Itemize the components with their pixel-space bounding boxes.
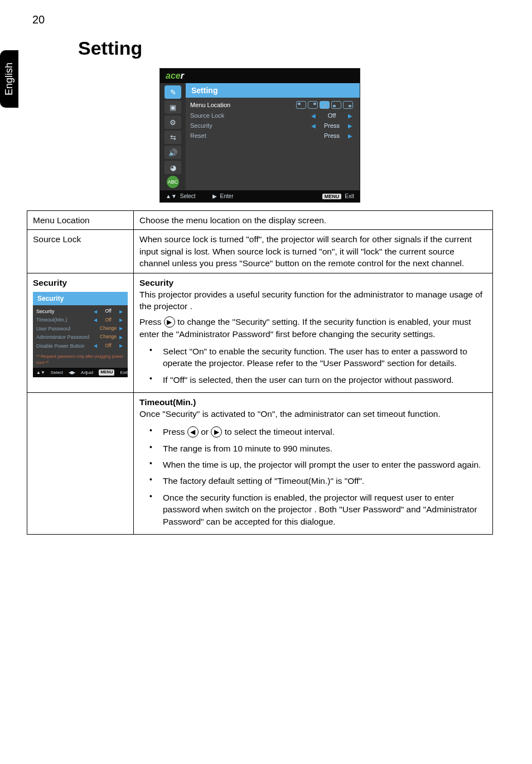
sec-osd-title: Security	[33, 292, 128, 306]
left-arrow-icon: ◀	[308, 113, 318, 119]
osd-category-icons: ✎ ▣ ⚙ ⇆ 🔊 ◕ ABC	[160, 83, 186, 190]
settings-table: Menu Location Choose the menu location o…	[27, 210, 493, 535]
osd-footer: ▲▼Select ▶Enter MENUExit	[160, 190, 360, 202]
timeout-bullet-prompt: When the time is up, the projector will …	[139, 457, 487, 473]
right-button-icon: ▶	[211, 426, 222, 438]
speaker-icon: 🔊	[165, 146, 181, 159]
timeout-bullet-startup: Once the security function is enabled, t…	[139, 489, 487, 530]
row-label-menu-location: Menu Location	[27, 211, 134, 230]
left-arrow-icon: ◀	[308, 123, 318, 129]
language-tab: English	[0, 50, 18, 108]
row-label-timeout	[27, 393, 134, 535]
menu-key-icon: MENU	[322, 194, 342, 199]
gear-icon: ⚙	[165, 116, 181, 129]
image-icon: ▣	[165, 100, 181, 114]
up-down-icon: ▲▼	[166, 193, 177, 199]
osd-setting-screenshot: acer ✎ ▣ ⚙ ⇆ 🔊 ◕ ABC Setting Menu Locati…	[159, 68, 360, 203]
security-bullet-off: If "Off" is selected, then the user can …	[139, 372, 487, 388]
sliders-icon: ⇆	[165, 131, 181, 144]
osd-logo: acer	[160, 69, 360, 83]
row-label-source-lock: Source Lock	[27, 230, 134, 273]
osd-title: Setting	[186, 83, 360, 98]
wand-icon: ✎	[165, 85, 181, 99]
sec-osd-note: ** Request password only after plugging …	[33, 352, 128, 368]
security-intro: This projector provides a useful securit…	[139, 289, 487, 313]
right-tri-icon: ▶	[212, 193, 217, 199]
page-number: 20	[32, 13, 493, 26]
timeout-bullet-default: The factory default setting of "Timeout(…	[139, 473, 487, 489]
right-arrow-icon: ▶	[345, 133, 355, 139]
row-desc-security: Security This projector provides a usefu…	[134, 273, 493, 393]
osd-row-source-lock: Source Lock ◀ Off ▶	[190, 110, 355, 121]
row-desc-source-lock: When source lock is turned "off", the pr…	[134, 230, 493, 273]
timeout-bullet-range: The range is from 10 minute to 990 minut…	[139, 440, 487, 457]
timeout-bullet-select: Press ◀ or ▶ to select the timeout inter…	[139, 424, 487, 440]
osd-row-reset: Reset ◀ Press ▶	[190, 131, 355, 141]
security-press-line: Press ▶ to change the "Security" setting…	[139, 316, 487, 340]
right-arrow-icon: ▶	[345, 113, 355, 119]
osd-row-menu-location: Menu Location	[190, 99, 355, 110]
row-desc-timeout: Timeout(Min.) Once "Security" is activat…	[134, 393, 493, 535]
timeout-subhead: Timeout(Min.)	[139, 396, 487, 408]
right-button-icon: ▶	[164, 316, 175, 328]
osd-row-security: Security ◀ Press ▶	[190, 121, 355, 131]
timeout-intro: Once "Security" is activated to "On", th…	[139, 408, 487, 420]
row-desc-menu-location: Choose the menu location on the display …	[134, 211, 493, 230]
row-label-security: Security Security Security◀Off▶ Timeout(…	[27, 273, 134, 393]
security-subhead: Security	[139, 277, 487, 289]
sec-osd-footer: ▲▼Select ◀▶Adjust MENUExit	[33, 368, 128, 377]
security-bullet-on: Select "On" to enable the security funct…	[139, 343, 487, 372]
osd-security-screenshot: Security Security◀Off▶ Timeout(Min.)◀Off…	[33, 292, 128, 377]
menu-location-thumbs	[296, 101, 353, 109]
clock-icon: ◕	[165, 161, 181, 174]
left-button-icon: ◀	[187, 426, 199, 438]
page-title: Setting	[78, 37, 493, 59]
right-arrow-icon: ▶	[345, 123, 355, 129]
language-icon: ABC	[167, 176, 179, 188]
